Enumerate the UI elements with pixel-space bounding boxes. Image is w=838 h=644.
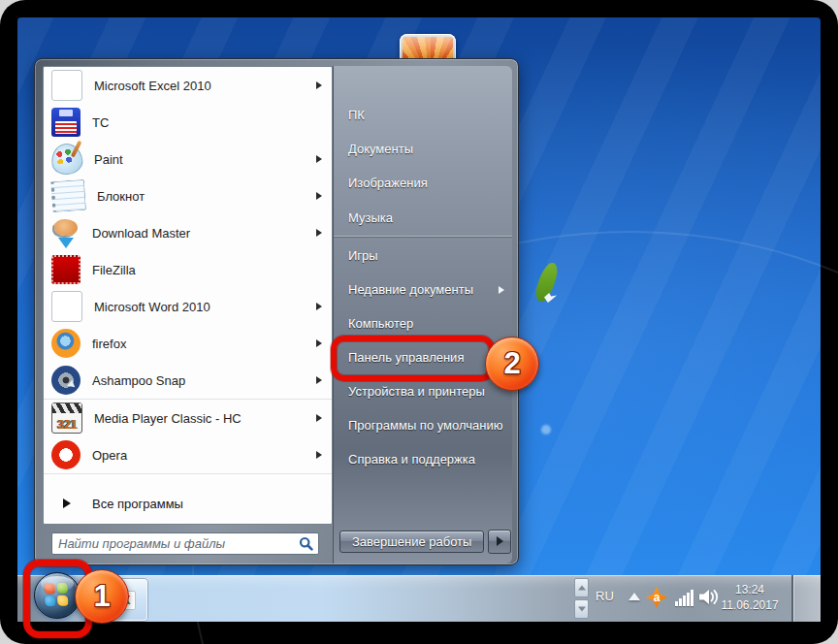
start-button[interactable]	[34, 572, 81, 619]
start-menu-item-download-master[interactable]: Download Master	[44, 214, 332, 251]
taskbar-scroll-buttons	[574, 578, 589, 619]
start-menu-places-panel: ПК Документы Изображения Музыка	[333, 66, 512, 564]
word-icon	[51, 291, 82, 322]
network-icon[interactable]	[675, 589, 693, 606]
opera-icon	[51, 440, 81, 469]
taskbar-app-button-excel[interactable]: X	[96, 579, 147, 621]
submenu-arrow-icon	[316, 339, 322, 347]
search-box	[51, 532, 319, 555]
submenu-arrow-icon	[316, 192, 322, 200]
programs-list: Microsoft Excel 2010 TC Paint	[44, 67, 332, 474]
dm-icon	[51, 218, 81, 247]
places-item-computer[interactable]: Компьютер	[334, 306, 512, 340]
language-indicator[interactable]: RU	[596, 589, 627, 603]
places-item-pictures[interactable]: Изображения	[334, 166, 512, 200]
chevron-up-icon	[578, 586, 586, 591]
filezilla-icon	[51, 255, 81, 284]
places-list: ПК Документы Изображения Музыка	[334, 66, 512, 476]
all-programs-label: Все программы	[92, 497, 183, 511]
wallpaper-glow	[541, 425, 551, 435]
scroll-down-button[interactable]	[574, 599, 589, 619]
clock-date: 11.06.2017	[712, 597, 788, 613]
start-menu-item-notepad[interactable]: Блокнот	[44, 177, 332, 214]
shutdown-button[interactable]: Завершение работы	[339, 531, 484, 553]
shutdown-options-button[interactable]	[488, 530, 511, 554]
start-menu-item-tc[interactable]: TC	[44, 104, 332, 141]
chevron-down-icon	[578, 607, 586, 612]
clock-time: 13:24	[712, 582, 788, 597]
places-item-control-panel[interactable]: Панель управления	[334, 340, 512, 374]
submenu-arrow-icon	[316, 81, 322, 89]
places-item-help-and-support[interactable]: Справка и поддержка	[334, 442, 512, 476]
submenu-arrow-icon	[316, 451, 322, 459]
start-menu-item-media-player-classic-hc[interactable]: Media Player Classic - HC	[44, 400, 332, 436]
all-programs-button[interactable]: Все программы	[44, 488, 332, 519]
show-hidden-icons-button[interactable]	[628, 593, 640, 600]
places-item-default-programs[interactable]: Программы по умолчанию	[334, 408, 512, 442]
places-item-devices-and-printers[interactable]: Устройства и принтеры	[334, 374, 512, 408]
taskbar: X RU a 13:24 11.06.2017	[17, 575, 821, 622]
orb-gloss	[41, 576, 74, 592]
tc-icon	[51, 108, 81, 137]
places-item-pk[interactable]: ПК	[334, 98, 512, 132]
mpc-icon	[51, 402, 82, 434]
start-menu-item-ashampoo-snap[interactable]: Ashampoo Snap	[44, 362, 332, 400]
places-item-music[interactable]: Музыка	[334, 200, 512, 237]
start-menu-item-microsoft-excel-2010[interactable]: Microsoft Excel 2010	[44, 67, 332, 104]
start-menu-programs-panel: Microsoft Excel 2010 TC Paint	[43, 66, 333, 525]
submenu-arrow-icon	[316, 155, 322, 163]
places-item-games[interactable]: Игры	[334, 239, 512, 273]
ashampoo-icon	[51, 366, 81, 395]
avast-tray-icon[interactable]: a	[646, 587, 667, 608]
start-menu: Microsoft Excel 2010 TC Paint	[34, 58, 519, 565]
excel-icon	[51, 70, 82, 101]
screenshot-frame: Microsoft Excel 2010 TC Paint	[0, 0, 838, 644]
scroll-up-button[interactable]	[574, 578, 589, 597]
firefox-icon	[51, 329, 81, 358]
submenu-arrow-icon	[316, 376, 322, 384]
start-menu-item-paint[interactable]: Paint	[44, 141, 332, 177]
paint-icon	[49, 142, 84, 177]
start-menu-item-firefox[interactable]: firefox	[44, 325, 332, 362]
places-item-documents[interactable]: Документы	[334, 132, 512, 166]
submenu-arrow-icon	[316, 229, 322, 237]
show-desktop-button[interactable]	[791, 575, 821, 622]
all-programs-arrow-icon	[63, 499, 71, 508]
start-menu-item-microsoft-word-2010[interactable]: Microsoft Word 2010	[44, 288, 332, 325]
places-item-recent-documents[interactable]: Недавние документы	[334, 273, 512, 306]
shutdown-arrow-icon	[497, 536, 503, 546]
shutdown-controls: Завершение работы	[339, 530, 511, 554]
clock[interactable]: 13:24 11.06.2017	[712, 582, 788, 613]
submenu-arrow-icon	[499, 286, 504, 294]
notepad-icon	[50, 179, 86, 212]
start-menu-item-filezilla[interactable]: FileZilla	[44, 251, 332, 288]
submenu-arrow-icon	[316, 414, 322, 422]
search-input[interactable]	[51, 532, 319, 555]
excel-icon: X	[116, 591, 136, 610]
start-menu-item-opera[interactable]: Opera	[44, 436, 332, 474]
submenu-arrow-icon	[316, 303, 322, 310]
